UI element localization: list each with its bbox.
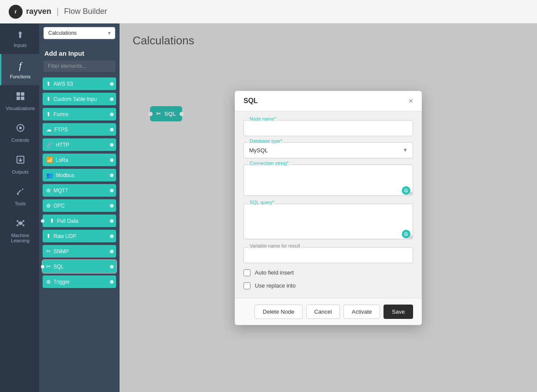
modal-footer: Delete Node Cancel Activate Save bbox=[235, 298, 422, 325]
outputs-icon bbox=[16, 155, 25, 167]
panel-item-snmp[interactable]: ✂ SNMP bbox=[43, 245, 116, 258]
sql-dot bbox=[110, 265, 113, 268]
ftps-icon: ☁ bbox=[46, 126, 52, 133]
grammarly-icon-sql: G bbox=[402, 230, 410, 238]
node-name-input[interactable] bbox=[243, 120, 413, 136]
sidebar-item-label-visualizations: Visualizations bbox=[6, 106, 35, 111]
cancel-button[interactable]: Cancel bbox=[306, 305, 340, 319]
panel-dropdown-wrapper: Calculations All Data Sources ▼ bbox=[43, 27, 115, 39]
http-dot bbox=[110, 143, 113, 147]
panel-item-mqtt[interactable]: ⊕ MQTT bbox=[43, 184, 116, 197]
svg-rect-2 bbox=[17, 97, 20, 100]
database-type-label: Database type* bbox=[248, 138, 284, 144]
snmp-icon: ✂ bbox=[46, 248, 51, 255]
use-replace-into-row: Use replace into bbox=[243, 282, 413, 289]
pull-data-dot-left bbox=[41, 219, 44, 223]
panel-item-forms[interactable]: ⬆ Forms bbox=[43, 108, 116, 121]
panel-item-lora[interactable]: 📶 LoRa bbox=[43, 154, 116, 166]
trigger-icon: ⊕ bbox=[46, 278, 51, 285]
sql-query-textarea[interactable] bbox=[243, 204, 413, 239]
sidebar-item-label-controls: Controls bbox=[11, 137, 29, 143]
panel-item-opc[interactable]: ⊕ OPC bbox=[43, 199, 116, 212]
node-name-field-group: Node name* bbox=[243, 120, 413, 136]
svg-point-8 bbox=[17, 193, 19, 195]
grammarly-icon-connection: G bbox=[402, 186, 410, 195]
raw-udp-icon: ⬆ bbox=[46, 233, 51, 239]
delete-node-button[interactable]: Delete Node bbox=[254, 305, 302, 319]
svg-point-10 bbox=[17, 220, 18, 222]
sidebar-item-outputs[interactable]: Outputs bbox=[0, 149, 39, 181]
panel-item-pull-data[interactable]: ⬆ Pull Data bbox=[43, 214, 116, 227]
inputs-icon: ⬆ bbox=[17, 30, 24, 40]
use-replace-into-checkbox[interactable] bbox=[243, 282, 250, 289]
svg-point-12 bbox=[17, 224, 18, 226]
machine-learning-icon bbox=[16, 218, 25, 230]
svg-point-13 bbox=[23, 224, 24, 226]
panel-search-input[interactable] bbox=[43, 60, 115, 72]
aws-s3-dot bbox=[110, 82, 113, 86]
panel-header: Add an Input bbox=[39, 43, 120, 60]
panel-item-ftps[interactable]: ☁ FTPS bbox=[43, 123, 116, 136]
sidebar: ⬆ Inputs f Functions Visualizations Cont… bbox=[0, 23, 39, 392]
sidebar-item-functions[interactable]: f Functions bbox=[0, 54, 39, 85]
auto-field-insert-row: Auto field insert bbox=[243, 269, 413, 276]
modal-body: Node name* Database type* MySQL PostgreS… bbox=[235, 111, 422, 298]
lora-dot bbox=[110, 158, 113, 162]
panel-item-http[interactable]: 🔗 HTTP bbox=[43, 138, 116, 151]
variable-name-field-group: Variable name for result bbox=[243, 247, 413, 263]
sql-query-label: SQL query* bbox=[248, 200, 276, 205]
panel-item-label-raw-udp: Raw UDP bbox=[53, 233, 77, 239]
panel-item-label-trigger: Trigger bbox=[53, 279, 70, 285]
visualizations-icon bbox=[16, 91, 25, 103]
modbus-icon: 👥 bbox=[46, 172, 53, 178]
http-icon: 🔗 bbox=[46, 141, 53, 148]
mqtt-dot bbox=[110, 189, 113, 192]
panel-item-modbus[interactable]: 👥 Modbus bbox=[43, 169, 116, 181]
panel-item-sql[interactable]: ✂ SQL bbox=[43, 260, 116, 273]
opc-dot bbox=[110, 204, 113, 208]
panel-item-custom-table[interactable]: ⬆ Custom Table Inpu bbox=[43, 93, 116, 105]
brand-name: rayven bbox=[26, 7, 51, 16]
topbar: r rayven | Flow Builder bbox=[0, 0, 537, 23]
database-type-select-wrapper: MySQL PostgreSQL MSSQL SQLite Oracle ▼ bbox=[243, 142, 413, 158]
panel-item-raw-udp[interactable]: ⬆ Raw UDP bbox=[43, 230, 116, 242]
panel-item-aws-s3[interactable]: ⬆ AWS S3 bbox=[43, 77, 116, 90]
modal-close-button[interactable]: × bbox=[408, 97, 413, 105]
svg-line-17 bbox=[22, 223, 23, 225]
panel-item-trigger[interactable]: ⊕ Trigger bbox=[43, 275, 116, 288]
opc-icon: ⊕ bbox=[46, 202, 51, 209]
svg-line-16 bbox=[18, 223, 19, 225]
sidebar-item-label-ml: Machine Learning bbox=[5, 233, 36, 243]
logo-icon: r bbox=[9, 5, 23, 19]
auto-field-insert-checkbox[interactable] bbox=[243, 269, 250, 276]
panel-item-label-http: HTTP bbox=[56, 142, 69, 148]
panel-item-label-ftps: FTPS bbox=[54, 127, 68, 133]
sidebar-item-inputs[interactable]: ⬆ Inputs bbox=[0, 23, 39, 54]
canvas: Calculations ✂ SQL SQL × Node name* bbox=[120, 23, 537, 392]
svg-rect-1 bbox=[21, 92, 24, 96]
functions-icon: f bbox=[19, 60, 21, 71]
sidebar-item-visualizations[interactable]: Visualizations bbox=[0, 85, 39, 117]
input-panel: Calculations All Data Sources ▼ Add an I… bbox=[39, 23, 120, 392]
snmp-dot bbox=[110, 250, 113, 253]
ftps-dot bbox=[110, 128, 113, 131]
custom-table-dot bbox=[110, 97, 113, 101]
sidebar-item-machine-learning[interactable]: Machine Learning bbox=[0, 212, 39, 249]
variable-name-input[interactable] bbox=[243, 247, 413, 263]
panel-dropdown[interactable]: Calculations All Data Sources bbox=[43, 27, 115, 39]
app-title: Flow Builder bbox=[64, 7, 107, 16]
connection-string-textarea[interactable] bbox=[243, 164, 413, 196]
activate-button[interactable]: Activate bbox=[344, 305, 380, 319]
tools-icon bbox=[16, 187, 25, 198]
raw-udp-dot bbox=[110, 235, 113, 238]
modbus-dot bbox=[110, 174, 113, 177]
sidebar-item-label-tools: Tools bbox=[15, 201, 26, 206]
sidebar-item-controls[interactable]: Controls bbox=[0, 117, 39, 149]
save-button[interactable]: Save bbox=[384, 305, 413, 319]
svg-point-9 bbox=[19, 221, 22, 225]
svg-rect-3 bbox=[21, 97, 24, 100]
connection-string-field-group: Connection string* G bbox=[243, 164, 413, 198]
database-type-select[interactable]: MySQL PostgreSQL MSSQL SQLite Oracle bbox=[243, 142, 413, 158]
forms-icon: ⬆ bbox=[46, 111, 51, 117]
sidebar-item-tools[interactable]: Tools bbox=[0, 181, 39, 212]
